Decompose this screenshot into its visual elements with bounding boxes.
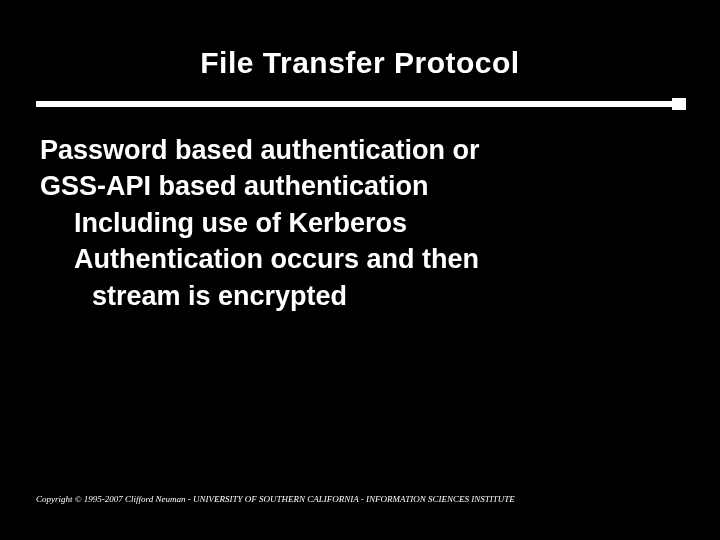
bullet-line: Including use of Kerberos bbox=[74, 205, 680, 241]
divider-line bbox=[36, 101, 684, 107]
slide-title: File Transfer Protocol bbox=[0, 0, 720, 80]
slide: File Transfer Protocol Password based au… bbox=[0, 0, 720, 540]
divider-endcap-icon bbox=[672, 98, 686, 110]
bullet-line: Authentication occurs and then bbox=[74, 241, 680, 277]
slide-body: Password based authentication or GSS-API… bbox=[40, 132, 680, 314]
bullet-line: GSS-API based authentication bbox=[40, 168, 680, 204]
bullet-line: stream is encrypted bbox=[92, 278, 680, 314]
bullet-line: Password based authentication or bbox=[40, 132, 680, 168]
title-divider bbox=[36, 98, 684, 110]
copyright-footer: Copyright © 1995-2007 Clifford Neuman - … bbox=[36, 494, 515, 504]
